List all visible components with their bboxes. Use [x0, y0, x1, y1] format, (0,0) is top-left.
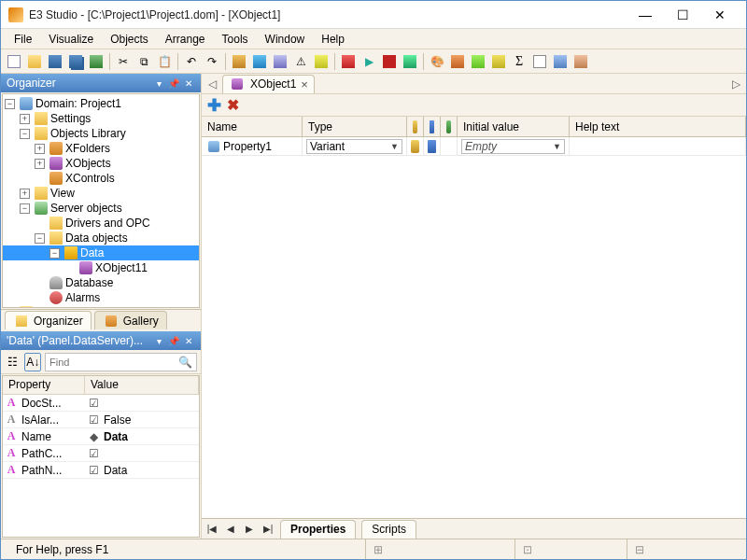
col-type[interactable]: Type: [303, 117, 407, 136]
run-icon[interactable]: ▶: [359, 52, 378, 71]
nav-first-icon[interactable]: |◀: [205, 524, 218, 534]
col-return-icon[interactable]: [441, 117, 458, 136]
tree-data[interactable]: −Data: [3, 245, 199, 260]
open-icon[interactable]: [25, 52, 44, 71]
tree-xcontrols[interactable]: XControls: [3, 171, 199, 186]
properties-header: 'Data' (Panel.DataServer)... ▾ 📌 ✕: [1, 331, 201, 350]
maximize-button[interactable]: ☐: [664, 2, 701, 28]
tab-scripts[interactable]: Scripts: [361, 520, 416, 539]
tab-nav-right-icon[interactable]: ▷: [729, 77, 742, 91]
cell-name[interactable]: Property1: [223, 140, 272, 153]
prop-row[interactable]: APathC...☑: [3, 445, 199, 462]
paste-icon[interactable]: 📋: [155, 52, 174, 71]
copy-icon[interactable]: ⧉: [134, 52, 153, 71]
sort-icon[interactable]: A↓: [24, 353, 41, 371]
tree-domain[interactable]: −Domain: Project1: [3, 96, 199, 111]
initial-dropdown[interactable]: Empty▼: [461, 139, 565, 154]
new-icon[interactable]: [5, 52, 23, 71]
col-name[interactable]: Name: [202, 117, 303, 136]
prop-row[interactable]: APathN...☑Data: [3, 462, 199, 479]
col-save-icon[interactable]: [424, 117, 441, 136]
refresh-icon[interactable]: [87, 52, 106, 71]
doc-tab-xobject1[interactable]: XObject1 ×: [222, 75, 315, 93]
redo-icon[interactable]: ↷: [203, 52, 221, 71]
menu-arrange[interactable]: Arrange: [158, 31, 213, 48]
tool-icon-10[interactable]: [489, 52, 508, 71]
tool-icon-7[interactable]: [401, 52, 419, 71]
tab-close-icon[interactable]: ×: [301, 77, 308, 91]
menu-tools[interactable]: Tools: [215, 31, 256, 48]
tab-nav-left-icon[interactable]: ◁: [205, 77, 218, 91]
prop-row[interactable]: AIsAlar...☑False: [3, 412, 199, 428]
nav-next-icon[interactable]: ▶: [243, 524, 256, 534]
panel-close-icon[interactable]: ✕: [182, 77, 195, 90]
tool-icon-9[interactable]: [469, 52, 487, 71]
prop-row[interactable]: AName◆Data: [3, 428, 199, 445]
tool-icon-11[interactable]: [530, 52, 549, 71]
panel-pin-icon[interactable]: 📌: [167, 77, 180, 90]
tool-icon-1[interactable]: [230, 52, 248, 71]
tree-alarms[interactable]: Alarms: [3, 290, 199, 305]
delete-property-button[interactable]: ✖: [227, 96, 239, 114]
cell-save[interactable]: [424, 137, 441, 155]
add-property-button[interactable]: ✚: [207, 95, 221, 116]
props-close-icon[interactable]: ✕: [182, 334, 195, 347]
property-row[interactable]: Property1 Variant▼ Empty▼: [202, 137, 746, 156]
props-menu-icon[interactable]: ▾: [152, 334, 165, 347]
col-link-icon[interactable]: [407, 117, 424, 136]
tool-icon-12[interactable]: [551, 52, 570, 71]
save-all-icon[interactable]: [66, 52, 85, 71]
panel-menu-icon[interactable]: ▾: [152, 77, 165, 90]
tree-drivers[interactable]: Drivers and OPC: [3, 216, 199, 231]
tree-xfolders[interactable]: +XFolders: [3, 141, 199, 156]
tool-icon-5[interactable]: [312, 52, 331, 71]
properties-grid[interactable]: Property Value ADocSt...☑AIsAlar...☑Fals…: [2, 375, 200, 538]
tree-database[interactable]: Database: [3, 275, 199, 290]
tool-icon-3[interactable]: [271, 52, 289, 71]
cut-icon[interactable]: ✂: [114, 52, 133, 71]
tree-settings[interactable]: +Settings: [3, 111, 199, 126]
palette-icon[interactable]: 🎨: [428, 52, 446, 71]
cell-help[interactable]: [570, 137, 746, 155]
menu-window[interactable]: Window: [258, 31, 313, 48]
col-help[interactable]: Help text: [570, 117, 746, 136]
tab-gallery[interactable]: Gallery: [94, 311, 167, 329]
warning-icon[interactable]: ⚠: [291, 52, 310, 71]
find-input[interactable]: [49, 357, 178, 368]
menu-file[interactable]: File: [7, 31, 39, 48]
search-icon[interactable]: 🔍: [178, 356, 192, 369]
tab-organizer[interactable]: Organizer: [5, 311, 92, 329]
organizer-tree[interactable]: −Domain: Project1 +Settings −Objects Lib…: [2, 93, 200, 308]
tree-view[interactable]: +View: [3, 186, 199, 201]
col-initial[interactable]: Initial value: [458, 117, 570, 136]
type-dropdown[interactable]: Variant▼: [306, 139, 402, 154]
tool-icon-13[interactable]: [571, 52, 590, 71]
stop-icon[interactable]: [380, 52, 399, 71]
menu-visualize[interactable]: Visualize: [41, 31, 101, 48]
close-button[interactable]: ✕: [701, 2, 739, 28]
tree-explorer[interactable]: +Explorer: [3, 305, 199, 308]
sigma-icon[interactable]: Σ: [510, 52, 529, 71]
tree-server-objects[interactable]: −Server objects: [3, 201, 199, 216]
tree-data-objects[interactable]: −Data objects: [3, 231, 199, 245]
minimize-button[interactable]: —: [627, 2, 664, 28]
cell-link[interactable]: [407, 137, 424, 155]
categorize-icon[interactable]: ☷: [5, 353, 21, 371]
tree-xobjects[interactable]: +XObjects: [3, 156, 199, 171]
props-pin-icon[interactable]: 📌: [167, 334, 180, 347]
nav-prev-icon[interactable]: ◀: [224, 524, 237, 534]
undo-icon[interactable]: ↶: [182, 52, 201, 71]
tool-icon-6[interactable]: [339, 52, 358, 71]
save-icon[interactable]: [46, 52, 64, 71]
tab-properties[interactable]: Properties: [280, 520, 356, 539]
cell-return[interactable]: [441, 137, 458, 155]
nav-last-icon[interactable]: ▶|: [261, 524, 275, 534]
tree-objects-library[interactable]: −Objects Library: [3, 126, 199, 141]
tool-icon-2[interactable]: [250, 52, 269, 71]
prop-row[interactable]: ADocSt...☑: [3, 395, 199, 412]
menu-objects[interactable]: Objects: [103, 31, 156, 48]
menu-help[interactable]: Help: [314, 31, 352, 48]
tree-xobject11[interactable]: XObject11: [3, 260, 199, 275]
find-box[interactable]: 🔍: [45, 353, 197, 371]
tool-icon-8[interactable]: [448, 52, 467, 71]
